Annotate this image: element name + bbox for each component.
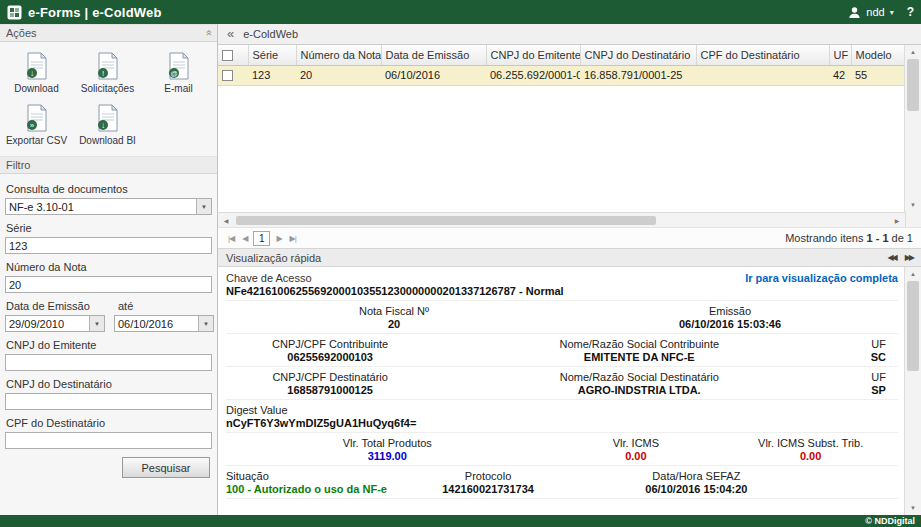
col-cnpj-emitente[interactable]: CNPJ do Emitente <box>486 45 580 65</box>
cell-cnpj-destinatario: 16.858.791/0001-25 <box>580 65 696 85</box>
col-serie[interactable]: Série <box>248 45 296 65</box>
cell-uf: 42 <box>829 65 851 85</box>
select-all-header[interactable] <box>218 45 248 65</box>
scroll-left-icon[interactable]: ◀ <box>218 213 234 227</box>
quickview-title: Visualização rápida <box>226 252 321 264</box>
emissao-label: Emissão <box>562 305 898 318</box>
action-download[interactable]: ↓ Download <box>1 52 72 94</box>
action-label: E-mail <box>164 83 192 94</box>
quickview-vertical-scrollbar[interactable]: ▲ ▼ <box>904 267 921 515</box>
action-label: Download <box>14 83 58 94</box>
cell-cnpj-emitente: 06.255.692/0001-03 <box>486 65 580 85</box>
pesquisar-button[interactable]: Pesquisar <box>122 457 210 478</box>
table-row[interactable]: 123 20 06/10/2016 06.255.692/0001-03 16.… <box>218 65 904 85</box>
table-vertical-scrollbar[interactable]: ▲ ▼ <box>904 45 921 212</box>
user-icon <box>848 6 861 19</box>
email-icon: @ <box>166 52 192 80</box>
action-exportar-csv[interactable]: » Exportar CSV <box>1 104 72 146</box>
serie-input[interactable] <box>5 237 212 254</box>
data-fim-picker[interactable]: ▼ <box>114 315 214 332</box>
quickview-previous-icon[interactable]: ◀◀ <box>887 253 895 262</box>
scrollbar-thumb[interactable] <box>907 281 919 371</box>
cell-data-emissao: 06/10/2016 <box>381 65 486 85</box>
help-button[interactable]: ? <box>907 5 914 19</box>
svg-text:↓: ↓ <box>101 121 105 130</box>
consulta-dropdown[interactable]: ▼ <box>5 198 212 215</box>
download-icon: ↓ <box>24 52 50 80</box>
destinatario-nome-value: AGRO-INDSTRIA LTDA. <box>434 384 844 397</box>
scroll-right-icon[interactable]: ▶ <box>889 213 905 227</box>
next-page-button[interactable]: ▶ <box>274 234 283 243</box>
col-numero-nota[interactable]: Número da Nota <box>296 45 381 65</box>
collapse-actions-icon[interactable]: » <box>202 30 214 36</box>
quickview-panel: Chave de Acesso Ir para visualização com… <box>218 267 921 515</box>
col-data-emissao[interactable]: Data de Emissão <box>381 45 486 65</box>
vlr-icms-st-value: 0.00 <box>723 450 898 463</box>
action-label: Download BI <box>79 135 136 146</box>
select-all-checkbox[interactable] <box>222 50 233 61</box>
pagination-bar: |◀ ◀ 1 ▶ ▶| Mostrando itens 1 - 1 de 1 <box>218 227 921 248</box>
situacao-label: Situação <box>226 470 401 483</box>
vlr-icms-label: Vlr. ICMS <box>549 437 724 450</box>
collapse-panel-icon[interactable]: « <box>227 29 234 39</box>
row-checkbox[interactable] <box>222 70 233 81</box>
consulta-label: Consulta de documentos <box>6 183 211 195</box>
col-modelo[interactable]: Modelo <box>851 45 904 65</box>
filter-section-header: Filtro <box>0 156 217 174</box>
scroll-down-icon[interactable]: ▼ <box>905 501 921 515</box>
scroll-up-icon[interactable]: ▲ <box>905 45 921 59</box>
scroll-up-icon[interactable]: ▲ <box>905 267 921 281</box>
action-email[interactable]: @ E-mail <box>143 52 214 94</box>
chevron-down-icon[interactable]: ▼ <box>198 316 213 331</box>
cnpj-emitente-input[interactable] <box>5 354 212 371</box>
vlr-total-value: 3119.00 <box>226 450 549 463</box>
previous-page-button[interactable]: ◀ <box>240 234 249 243</box>
results-table-section: Série Número da Nota Data de Emissão CNP… <box>218 45 921 227</box>
scrollbar-thumb[interactable] <box>236 216 656 225</box>
col-cpf-destinatario[interactable]: CPF do Destinatário <box>696 45 829 65</box>
copyright-text: © NDDigital <box>865 516 915 526</box>
quickview-next-icon[interactable]: ▶▶ <box>905 253 913 262</box>
contribuinte-cnpj-label: CNPJ/CPF Contribuinte <box>226 338 434 351</box>
cnpj-destinatario-input[interactable] <box>5 393 212 410</box>
protocolo-label: Protocolo <box>401 470 576 483</box>
ate-label: até <box>118 300 133 312</box>
chevron-down-icon[interactable]: ▼ <box>196 199 211 214</box>
col-uf[interactable]: UF <box>829 45 851 65</box>
full-view-link[interactable]: Ir para visualização completa <box>745 272 898 285</box>
sidebar: Ações » ↓ Download <box>0 24 218 515</box>
data-inicio-picker[interactable]: ▼ <box>5 315 105 332</box>
digest-label: Digest Value <box>226 404 898 417</box>
panel-title: e-ColdWeb <box>243 28 298 40</box>
cpf-destinatario-input[interactable] <box>5 432 212 449</box>
numero-nota-input[interactable] <box>5 276 212 293</box>
requests-icon: ! <box>95 52 121 80</box>
consulta-input[interactable] <box>6 199 196 214</box>
data-inicio-input[interactable] <box>6 316 89 331</box>
nota-fiscal-value: 20 <box>226 318 562 331</box>
contribuinte-nome-value: EMITENTE DA NFC-E <box>434 351 844 364</box>
cell-modelo: 55 <box>851 65 904 85</box>
data-emissao-label: Data de Emissão <box>6 300 118 312</box>
chevron-down-icon[interactable]: ▾ <box>890 8 894 17</box>
svg-text:@: @ <box>170 70 177 77</box>
first-page-button[interactable]: |◀ <box>226 234 236 243</box>
cell-cpf-destinatario <box>696 65 829 85</box>
last-page-button[interactable]: ▶| <box>288 234 298 243</box>
footer-bar: © NDDigital <box>0 515 921 527</box>
user-menu[interactable]: ndd <box>866 6 884 18</box>
main-panel: « e-ColdWeb <box>218 24 921 515</box>
panel-header: « e-ColdWeb <box>218 24 921 45</box>
cnpj-emitente-label: CNPJ do Emitente <box>6 339 211 351</box>
action-solicitacoes[interactable]: ! Solicitações <box>72 52 143 94</box>
chave-acesso-value: NFe4216100625569200010355123000000020133… <box>226 285 898 301</box>
scroll-down-icon[interactable]: ▼ <box>905 198 921 212</box>
col-cnpj-destinatario[interactable]: CNPJ do Destinatário <box>580 45 696 65</box>
page-number[interactable]: 1 <box>253 231 270 246</box>
action-download-bi[interactable]: ↓ Download BI <box>72 104 143 146</box>
chevron-down-icon[interactable]: ▼ <box>89 316 104 331</box>
table-horizontal-scrollbar[interactable]: ◀ ▶ <box>218 212 905 227</box>
scrollbar-thumb[interactable] <box>907 59 919 111</box>
actions-toolbar: ↓ Download ! Solicitações <box>0 42 217 156</box>
data-fim-input[interactable] <box>115 316 198 331</box>
